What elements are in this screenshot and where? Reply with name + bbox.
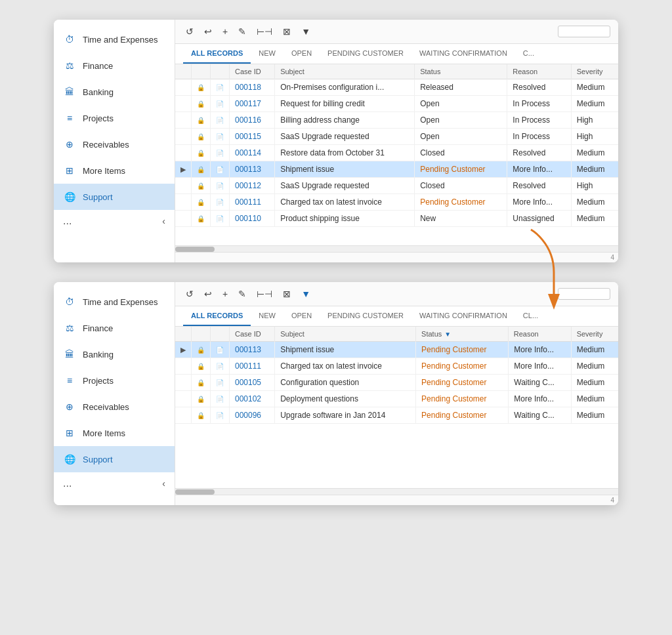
split-button-b[interactable]: ⊢⊣ (254, 287, 275, 300)
table-row[interactable]: 🔒 📄 000111 Charged tax on latest invoice… (175, 194, 618, 211)
search-input[interactable] (558, 26, 610, 37)
col-status-b[interactable]: Status ▼ (416, 327, 509, 341)
case-id-cell-b[interactable]: 000113 (230, 342, 275, 358)
undo-button-b[interactable]: ↩ (201, 287, 215, 300)
case-link-b[interactable]: 000111 (235, 361, 261, 371)
case-id-cell[interactable]: 000117 (230, 96, 275, 112)
sidebar-item-more-items-b[interactable]: ⊞ More Items (54, 420, 175, 446)
sidebar-item-receivables-b[interactable]: ⊕ Receivables (54, 394, 175, 420)
table-row[interactable]: 🔒 📄 000118 On-Premises configuration i..… (175, 79, 618, 96)
table-row[interactable]: 🔒 📄 000105 Configuration question Pendin… (175, 375, 618, 391)
sidebar-item-finance[interactable]: ⚖ Finance (54, 52, 175, 79)
case-link[interactable]: 000118 (235, 83, 261, 92)
sidebar-item-projects[interactable]: ≡ Projects (54, 105, 175, 131)
tab-pending-customer-bottom[interactable]: PENDING CUSTOMER (320, 306, 411, 326)
tab-open-top[interactable]: OPEN (284, 44, 320, 64)
case-link[interactable]: 000110 (235, 214, 261, 223)
filter-button[interactable]: ▼ (299, 25, 313, 38)
case-link[interactable]: 000115 (235, 132, 261, 141)
table-row[interactable]: 🔒 📄 000115 SaaS Upgrade requested Open I… (175, 129, 618, 145)
tab-more-top[interactable]: C... (515, 44, 542, 64)
add-button[interactable]: + (220, 25, 230, 38)
case-id-cell[interactable]: 000112 (230, 178, 275, 194)
sidebar-collapse-chevron[interactable]: ‹ (162, 216, 165, 226)
case-id-cell[interactable]: 000118 (230, 79, 275, 96)
case-id-cell[interactable]: 000115 (230, 129, 275, 145)
search-input-b[interactable] (558, 288, 610, 300)
sidebar-item-banking[interactable]: 🏛 Banking (54, 79, 175, 105)
case-id-cell[interactable]: 000113 (230, 161, 275, 178)
filter-button-b[interactable]: ▼ (299, 287, 313, 300)
sidebar-item-finance-b[interactable]: ⚖ Finance (54, 315, 175, 341)
sidebar-item-support[interactable]: 🌐 Support (54, 184, 175, 210)
table-row[interactable]: 🔒 📄 000110 Product shipping issue New Un… (175, 211, 618, 227)
sidebar-more-dots[interactable]: ... (63, 215, 72, 227)
tab-all-records-bottom[interactable]: ALL RECORDS (183, 306, 251, 326)
tab-new-bottom[interactable]: NEW (251, 306, 284, 326)
case-link-b[interactable]: 000113 (235, 345, 261, 354)
case-link[interactable]: 000112 (235, 181, 261, 190)
sidebar-item-time-expenses-b[interactable]: ⏱ Time and Expenses (54, 289, 175, 315)
horizontal-scrollbar-top[interactable] (175, 245, 618, 252)
case-link-b[interactable]: 000096 (235, 411, 261, 420)
table-row[interactable]: 🔒 📄 000112 SaaS Upgrade requested Closed… (175, 178, 618, 194)
export-button[interactable]: ⊠ (280, 25, 293, 38)
table-row[interactable]: ▶ 🔒 📄 000113 Shipment issue Pending Cust… (175, 161, 618, 178)
case-id-cell-b[interactable]: 000102 (230, 391, 275, 407)
case-link-b[interactable]: 000105 (235, 378, 261, 387)
col-severity[interactable]: Severity (571, 64, 618, 79)
case-link-b[interactable]: 000102 (235, 394, 261, 403)
tab-open-bottom[interactable]: OPEN (284, 306, 320, 326)
sidebar-item-time-expenses[interactable]: ⏱ Time and Expenses (54, 26, 175, 52)
table-row[interactable]: 🔒 📄 000116 Billing address change Open I… (175, 112, 618, 129)
export-button-b[interactable]: ⊠ (280, 287, 293, 300)
case-id-cell[interactable]: 000116 (230, 112, 275, 129)
col-subject[interactable]: Subject (275, 64, 415, 79)
edit-button-b[interactable]: ✎ (236, 287, 249, 300)
col-caseid-b[interactable]: Case ID (230, 327, 275, 342)
sidebar-more-dots-b[interactable]: ... (63, 478, 72, 489)
add-button-b[interactable]: + (220, 287, 230, 300)
case-id-cell[interactable]: 000110 (230, 211, 275, 227)
sidebar-collapse-chevron-b[interactable]: ‹ (162, 478, 165, 489)
tab-more-bottom[interactable]: CL... (515, 306, 546, 326)
sidebar-item-more-items[interactable]: ⊞ More Items (54, 157, 175, 184)
tab-new-top[interactable]: NEW (251, 44, 284, 64)
edit-button[interactable]: ✎ (236, 25, 249, 38)
col-caseid[interactable]: Case ID (230, 64, 275, 79)
table-row[interactable]: 🔒 📄 000096 Upgrade software in Jan 2014 … (175, 407, 618, 424)
col-severity-b[interactable]: Severity (571, 327, 618, 342)
refresh-button-b[interactable]: ↺ (183, 287, 196, 300)
table-row[interactable]: 🔒 📄 000102 Deployment questions Pending … (175, 391, 618, 407)
case-id-cell-b[interactable]: 000111 (230, 358, 275, 375)
undo-button[interactable]: ↩ (201, 25, 215, 38)
tab-waiting-confirmation-top[interactable]: WAITING CONFIRMATION (411, 44, 515, 64)
case-id-cell-b[interactable]: 000096 (230, 407, 275, 424)
tab-pending-customer-top[interactable]: PENDING CUSTOMER (320, 44, 411, 64)
case-link[interactable]: 000116 (235, 115, 261, 125)
case-id-cell-b[interactable]: 000105 (230, 375, 275, 391)
case-id-cell[interactable]: 000114 (230, 145, 275, 161)
table-row[interactable]: 🔒 📄 000117 Request for billing credit Op… (175, 96, 618, 112)
col-reason-b[interactable]: Reason (509, 327, 571, 342)
col-subject-b[interactable]: Subject (275, 327, 416, 342)
sidebar-item-projects-b[interactable]: ≡ Projects (54, 367, 175, 394)
split-button[interactable]: ⊢⊣ (254, 25, 275, 38)
refresh-button[interactable]: ↺ (183, 25, 196, 38)
table-row[interactable]: 🔒 📄 000111 Charged tax on latest invoice… (175, 358, 618, 375)
table-row[interactable]: ▶ 🔒 📄 000113 Shipment issue Pending Cust… (175, 342, 618, 358)
tab-all-records-top[interactable]: ALL RECORDS (183, 44, 251, 64)
case-id-cell[interactable]: 000111 (230, 194, 275, 211)
case-link[interactable]: 000114 (235, 148, 261, 157)
col-reason[interactable]: Reason (507, 64, 571, 79)
sidebar-item-banking-b[interactable]: 🏛 Banking (54, 341, 175, 367)
case-link[interactable]: 000111 (235, 197, 261, 207)
sidebar-item-support-b[interactable]: 🌐 Support (54, 446, 175, 472)
horizontal-scrollbar-bottom[interactable] (175, 488, 618, 495)
tab-waiting-confirmation-bottom[interactable]: WAITING CONFIRMATION (411, 306, 515, 326)
table-row[interactable]: 🔒 📄 000114 Restore data from October 31 … (175, 145, 618, 161)
sidebar-item-receivables[interactable]: ⊕ Receivables (54, 131, 175, 157)
case-link[interactable]: 000113 (235, 165, 261, 174)
col-status[interactable]: Status (415, 64, 507, 79)
case-link[interactable]: 000117 (235, 99, 261, 108)
